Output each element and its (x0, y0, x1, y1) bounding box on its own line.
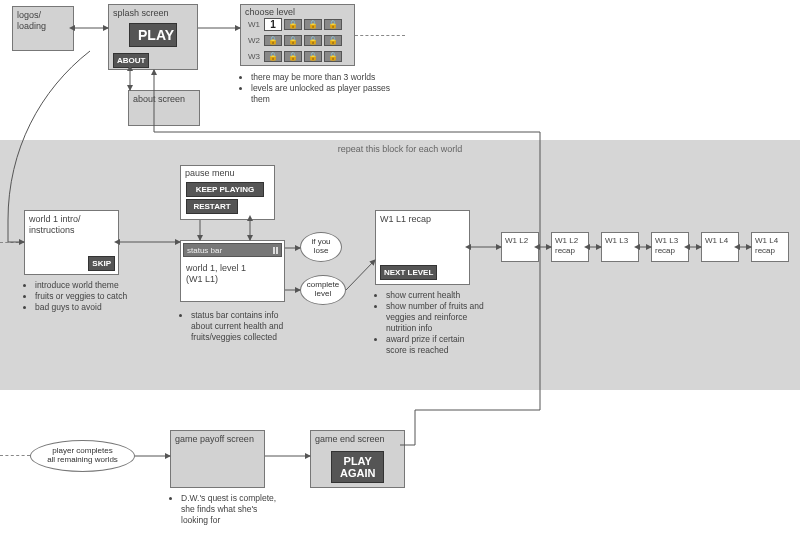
level-cell-locked: 🔒 (304, 19, 322, 30)
level-notes: status bar contains info about current h… (180, 310, 295, 343)
level-cell-unlocked[interactable]: 1 (264, 18, 282, 31)
level-cell-locked: 🔒 (304, 35, 322, 46)
pause-icon[interactable] (273, 247, 278, 254)
level-cell-locked: 🔒 (324, 19, 342, 30)
chain-box: W1 L3 recap (651, 232, 689, 262)
player-completes-bubble: player completes all remaining worlds (30, 440, 135, 472)
level-grid: W1 1 🔒 🔒 🔒 W2 🔒 🔒 🔒 🔒 W3 🔒 🔒 🔒 🔒 (248, 17, 342, 63)
next-level-button[interactable]: NEXT LEVEL (380, 265, 437, 280)
chain-label: W1 L4 recap (755, 236, 778, 255)
repeat-block-title: repeat this block for each world (338, 144, 463, 154)
chain-box: W1 L3 (601, 232, 639, 262)
about-screen-label: about screen (133, 94, 185, 105)
level-cell-locked: 🔒 (264, 51, 282, 62)
skip-button[interactable]: SKIP (88, 256, 115, 271)
world-intro-notes: introduce world theme fruits or veggies … (24, 280, 134, 313)
about-button[interactable]: ABOUT (113, 53, 149, 68)
level-cell-locked: 🔒 (284, 19, 302, 30)
note-item: show number of fruits and veggies and re… (386, 301, 485, 334)
chain-label: W1 L3 (605, 236, 628, 246)
chain-label: W1 L4 (705, 236, 728, 246)
keep-playing-button[interactable]: KEEP PLAYING (186, 182, 264, 197)
level-row-label: W3 (248, 52, 262, 61)
logos-loading-box: logos/ loading (12, 6, 74, 51)
play-button[interactable]: PLAY (129, 23, 177, 47)
about-screen-box: about screen (128, 90, 200, 126)
level-cell-locked: 🔒 (284, 51, 302, 62)
chain-box: W1 L4 (701, 232, 739, 262)
chain-label: W1 L2 (505, 236, 528, 246)
chain-box: W1 L2 recap (551, 232, 589, 262)
recap-box: W1 L1 recap NEXT LEVEL (375, 210, 470, 285)
note-item: status bar contains info about current h… (191, 310, 295, 343)
payoff-screen-box: game payoff screen (170, 430, 265, 488)
level-row-label: W2 (248, 36, 262, 45)
chain-label: W1 L2 recap (555, 236, 578, 255)
pause-menu-title: pause menu (185, 168, 235, 179)
choose-level-notes: there may be more than 3 worlds levels a… (240, 72, 400, 105)
level-cell-locked: 🔒 (264, 35, 282, 46)
level-title: world 1, level 1 (W1 L1) (186, 263, 246, 285)
level-row-label: W1 (248, 20, 262, 29)
note-item: there may be more than 3 worlds (251, 72, 400, 83)
level-cell-locked: 🔒 (324, 35, 342, 46)
chain-label: W1 L3 recap (655, 236, 678, 255)
recap-title: W1 L1 recap (380, 214, 431, 225)
level-box: status bar world 1, level 1 (W1 L1) (180, 240, 285, 302)
note-item: introduce world theme (35, 280, 134, 291)
logos-loading-label: logos/ loading (17, 10, 46, 32)
note-item: D.W.'s quest is complete, she finds what… (181, 493, 280, 526)
note-item: fruits or veggies to catch (35, 291, 134, 302)
status-bar-label: status bar (187, 246, 222, 255)
end-title: game end screen (315, 434, 385, 445)
payoff-title: game payoff screen (175, 434, 254, 445)
splash-screen-box: splash screen PLAY ABOUT (108, 4, 198, 70)
note-item: show current health (386, 290, 485, 301)
status-bar: status bar (183, 243, 282, 257)
complete-level-bubble: complete level (300, 275, 346, 305)
if-you-lose-bubble: if you lose (300, 232, 342, 262)
pause-menu-box: pause menu KEEP PLAYING RESTART (180, 165, 275, 220)
end-screen-box: game end screen PLAY AGAIN (310, 430, 405, 488)
world-intro-title: world 1 intro/ instructions (29, 214, 81, 236)
dashed-entry (0, 242, 24, 243)
dashed-bottom-entry (0, 455, 30, 456)
chain-box: W1 L4 recap (751, 232, 789, 262)
play-again-button[interactable]: PLAY AGAIN (331, 451, 384, 483)
restart-button[interactable]: RESTART (186, 199, 238, 214)
chain-box: W1 L2 (501, 232, 539, 262)
level-cell-locked: 🔒 (324, 51, 342, 62)
level-cell-locked: 🔒 (304, 51, 322, 62)
dashed-continuation (355, 35, 405, 36)
note-item: bad guys to avoid (35, 302, 134, 313)
payoff-notes: D.W.'s quest is complete, she finds what… (170, 493, 280, 526)
splash-title: splash screen (113, 8, 169, 19)
note-item: award prize if certain score is reached (386, 334, 485, 356)
level-cell-locked: 🔒 (284, 35, 302, 46)
world-intro-box: world 1 intro/ instructions SKIP (24, 210, 119, 275)
recap-notes: show current health show number of fruit… (375, 290, 485, 356)
note-item: levels are unlocked as player passes the… (251, 83, 400, 105)
